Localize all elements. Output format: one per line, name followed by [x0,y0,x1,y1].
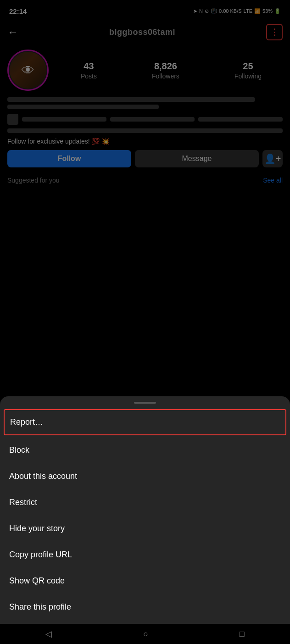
sheet-item-show-qr[interactable]: Show QR code [0,568,290,594]
show-qr-label: Show QR code [9,576,65,585]
sheet-item-share-profile[interactable]: Share this profile [0,594,290,620]
sheet-item-copy-url[interactable]: Copy profile URL [0,542,290,568]
hide-story-label: Hide your story [9,524,65,533]
copy-url-label: Copy profile URL [9,550,72,559]
sheet-item-about[interactable]: About this account [0,463,290,489]
sheet-handle [134,402,156,404]
sheet-item-block[interactable]: Block [0,437,290,463]
share-profile-label: Share this profile [9,602,71,611]
about-label: About this account [9,472,77,481]
bottom-sheet: Report… Block About this account Restric… [0,396,290,624]
sheet-handle-row [0,396,290,407]
report-label: Report… [10,417,43,427]
sheet-item-restrict[interactable]: Restrict [0,489,290,516]
sheet-item-report[interactable]: Report… [4,409,286,435]
restrict-label: Restrict [9,498,37,507]
sheet-item-hide-story[interactable]: Hide your story [0,516,290,542]
block-label: Block [9,445,29,455]
